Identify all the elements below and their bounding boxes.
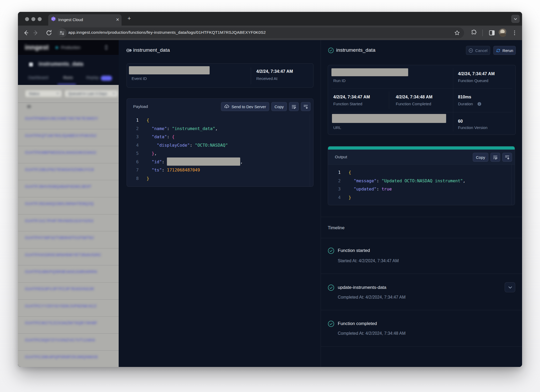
queued-label: Function Queued <box>458 78 488 83</box>
browser-toolbar: app.inngest.com/env/production/functions… <box>18 26 522 40</box>
run-id-row[interactable]: 01HTFC39K4PQP0R8PZK3MQNMX8 <box>18 351 119 367</box>
chevron-down-icon <box>513 17 518 21</box>
code-token: "ts" <box>152 168 162 173</box>
inngest-logo[interactable]: inngest <box>25 44 49 51</box>
run-id-row[interactable]: 01HTFKMBPMD0ZAJ4AG04KD3A02 <box>18 146 119 163</box>
time-range-filter[interactable]: Queued in Last 3 Days <box>65 90 118 97</box>
received-at-value: 4/2/24, 7:34:47 AM <box>256 69 293 74</box>
tab-search-button[interactable] <box>511 15 520 23</box>
run-id-row[interactable]: 01HTFJ1C7FHF7RVN051G3Y0253 <box>18 214 119 232</box>
timeline-item-title: Function completed <box>338 321 377 326</box>
back-icon[interactable] <box>22 29 29 36</box>
code-token <box>147 168 152 173</box>
run-id-row[interactable]: 01HTFJ5DA6Q238SJWNHTE8Q2Q <box>18 197 119 214</box>
code-token: 1712068487049 <box>167 168 200 173</box>
run-id-row[interactable]: 01HTFJ9HV508Q48AP4DM13E9T <box>18 180 119 197</box>
output-header: Output Copy <box>328 150 515 164</box>
status-filter-label: Status <box>29 92 40 96</box>
environment-selector[interactable]: Production <box>61 45 80 50</box>
tab-runs[interactable]: Runs <box>63 75 73 80</box>
run-id-text: 01HTFJ1C7FHF7RVN051G3Y0253 <box>25 218 93 223</box>
code-token <box>349 178 354 183</box>
run-id-row[interactable]: 01HTFHXGR0CWNH6WYET3NAVGRC <box>18 248 119 266</box>
status-filter[interactable]: Status <box>25 90 62 97</box>
scroll-to-bottom-button[interactable] <box>301 102 311 111</box>
run-id-row[interactable]: 01HTFKQT1M7RSJQABEXYF0K0S2 <box>18 129 119 146</box>
payload-code[interactable]: 1{2 "name": "instrument_data",3 "data": … <box>127 116 313 183</box>
expand-step-button[interactable] <box>505 282 515 292</box>
app-navbar: inngest Production <box>18 40 119 55</box>
profile-avatar[interactable] <box>499 28 507 37</box>
id-column-header: ID <box>27 104 31 109</box>
inngest-app: inngest Production instruments_data Dash… <box>18 40 522 367</box>
word-wrap-button[interactable] <box>289 102 299 111</box>
line-number: 6 <box>127 158 139 166</box>
line-number: 7 <box>127 166 139 174</box>
scroll-bottom-icon <box>505 155 510 160</box>
traffic-light-zoom[interactable] <box>38 17 42 21</box>
payload-panel: Payload Send to Dev Server Copy <box>127 98 314 187</box>
run-id-text: 01HTFC5Q07ZYVXNZVC7VT124K6 <box>25 338 95 342</box>
function-header: instruments_data Dashboard Runs Replay <box>18 55 119 85</box>
tab-strip: Inngest Cloud ✕ + <box>18 12 522 26</box>
code-line: 1{ <box>127 116 313 125</box>
table-divider <box>18 103 119 103</box>
code-token: } <box>152 151 154 156</box>
rerun-label: Rerun <box>503 48 513 53</box>
output-word-wrap-button[interactable] <box>490 153 500 162</box>
step-success-icon <box>328 284 334 292</box>
rerun-button[interactable]: Rerun <box>493 46 516 55</box>
env-chevrons-icon[interactable] <box>105 45 108 50</box>
side-panel-icon[interactable] <box>488 29 495 36</box>
cancel-button[interactable]: Cancel <box>466 46 490 55</box>
run-id-row[interactable]: 01HTFJ3B1P827EWGK5Z086JYC8 <box>18 163 119 180</box>
timeline-item-timestamp: Completed At: 4/2/2024, 7:34:47 AM <box>338 295 406 300</box>
code-token: : <box>377 187 382 192</box>
traffic-light-minimize[interactable] <box>31 17 35 21</box>
code-token <box>147 134 152 139</box>
duration-info-icon[interactable] <box>477 102 481 106</box>
output-scroll-bottom-button[interactable] <box>502 153 512 162</box>
traffic-light-close[interactable] <box>25 17 29 21</box>
url-bar[interactable]: app.inngest.com/env/production/functions… <box>58 27 464 38</box>
event-title: instrument_data <box>133 47 170 53</box>
code-line: 7 "ts": 1712068487049 <box>127 166 313 174</box>
output-code[interactable]: 1{2 "message": "Updated OCTO:NASDAQ inst… <box>328 164 515 202</box>
new-tab-button[interactable]: + <box>126 16 132 21</box>
run-id-row[interactable]: 01HTFN86XV8CXWE7657W7E3WDY <box>18 112 119 129</box>
url-redacted <box>332 114 446 123</box>
run-id-row[interactable]: 01HTFCW27CZ2X3AZM7SQEY9H8F <box>18 317 119 334</box>
extensions-icon[interactable] <box>470 29 478 36</box>
payload-copy-button[interactable]: Copy <box>271 102 287 111</box>
run-id-row[interactable]: 01HTFC5Q07ZYVXNZVC7VT124K6 <box>18 334 119 351</box>
code-token: : <box>162 168 167 173</box>
run-id-label: Run ID <box>333 78 346 83</box>
bookmark-star-icon[interactable] <box>454 30 460 36</box>
send-to-dev-server-button[interactable]: Send to Dev Server <box>221 102 269 111</box>
reload-icon[interactable] <box>45 29 52 36</box>
site-settings-icon[interactable] <box>59 30 65 36</box>
chevron-down-icon <box>56 93 59 94</box>
run-info-card: Run ID 4/2/24, 7:34:47 AM Function Queue… <box>328 65 516 135</box>
code-token: { <box>172 134 175 139</box>
forward-icon[interactable] <box>32 29 40 36</box>
code-token: "id" <box>152 159 162 164</box>
run-id-row[interactable]: 01HTFG38KPQ5R9E4A91G8RARRN <box>18 265 119 283</box>
line-number: 1 <box>127 116 139 125</box>
env-status-dot <box>56 46 58 49</box>
output-copy-button[interactable]: Copy <box>473 153 488 162</box>
tab-replay[interactable]: Replay <box>86 75 99 80</box>
browser-window: Inngest Cloud ✕ + <box>18 12 522 367</box>
menu-kebab-icon[interactable] <box>511 29 518 36</box>
run-id-row[interactable]: 01HTFHYWF32TSB9H0T01F58T8J <box>18 231 119 248</box>
line-number: 4 <box>127 141 139 150</box>
run-id-row[interactable]: 01HTFCYYZ0YGY0DKJVP82NKXCZ <box>18 300 119 317</box>
code-token <box>147 151 152 156</box>
browser-tab[interactable]: Inngest Cloud ✕ <box>48 14 122 26</box>
duration-value: 810ms <box>458 95 471 99</box>
code-line: 5 }, <box>127 149 313 158</box>
tab-close-icon[interactable]: ✕ <box>115 17 120 23</box>
run-id-row[interactable]: 01HTFEG3FVJP7FZJP7EA5XN3JR <box>18 283 119 300</box>
output-panel: Output Copy <box>328 146 515 205</box>
tab-dashboard[interactable]: Dashboard <box>28 75 48 80</box>
